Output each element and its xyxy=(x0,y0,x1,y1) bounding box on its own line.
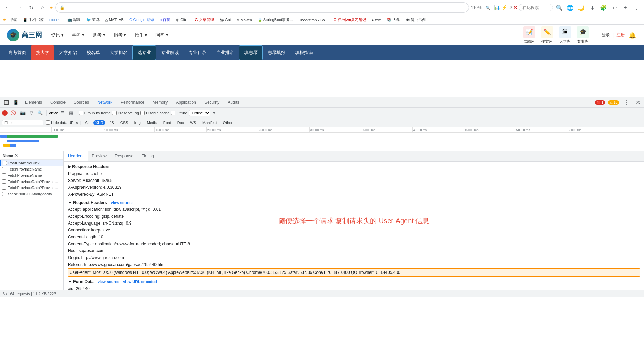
devtools-tab-memory[interactable]: Memory xyxy=(149,97,172,109)
offline-checkbox[interactable] xyxy=(171,111,175,115)
request-checkbox-2[interactable] xyxy=(2,167,6,171)
subject-nav-zhiyuantianbao[interactable]: 志愿填报 xyxy=(263,45,290,60)
request-item-fetchprovincename-1[interactable]: FetchProvinceName xyxy=(0,166,63,172)
home-button[interactable]: ⌂ xyxy=(38,3,48,12)
devtools-tab-network[interactable]: Network xyxy=(93,97,117,109)
dark-mode-button[interactable]: 🌙 xyxy=(576,3,586,12)
site-nav-xuexi[interactable]: 学习 ▾ xyxy=(70,31,87,40)
bookmark-ant[interactable]: 🐜 Ant xyxy=(218,17,233,23)
filter-button[interactable]: ▽ xyxy=(28,110,34,116)
site-nav-baokao[interactable]: 报考 ▾ xyxy=(112,31,129,40)
request-checkbox-5[interactable] xyxy=(2,186,6,190)
hide-data-urls-checkbox[interactable] xyxy=(46,120,50,125)
translate-button[interactable]: 🌐 xyxy=(565,3,575,12)
devtools-tab-application[interactable]: Application xyxy=(172,97,200,109)
request-item-postuparticleclick[interactable]: PostUpArticleClick xyxy=(0,160,63,166)
bookmark-baidu[interactable]: b 百度 xyxy=(158,17,172,23)
filter-media[interactable]: Media xyxy=(145,120,159,125)
camera-button[interactable]: 📷 xyxy=(19,110,27,116)
subject-nav-mulu[interactable]: 专业目录 xyxy=(184,45,211,60)
site-icon-tiku[interactable]: 📝 试题库 xyxy=(523,26,535,44)
request-headers-title[interactable]: ▼ Request Headers view source xyxy=(68,200,640,205)
devtools-more-button[interactable]: ⋮ xyxy=(622,98,632,107)
group-by-frame-checkbox[interactable] xyxy=(79,111,83,115)
request-checkbox-1[interactable] xyxy=(3,161,7,165)
request-checkbox-6[interactable] xyxy=(2,192,6,196)
site-nav-zixun[interactable]: 资讯 ▾ xyxy=(49,31,66,40)
filter-ws[interactable]: WS xyxy=(188,120,198,125)
bookmark-bilibili[interactable]: 📺 哔哩 xyxy=(65,17,83,23)
form-data-title[interactable]: ▼ Form Data view source view URL encoded xyxy=(68,279,640,284)
record-button[interactable] xyxy=(2,110,8,116)
search-input[interactable] xyxy=(519,4,553,11)
details-tab-preview[interactable]: Preview xyxy=(88,151,111,161)
subject-nav-zhinan[interactable]: 填报指南 xyxy=(290,45,318,60)
url-input[interactable]: www.gaosan.com/gaokao/265440.html xyxy=(67,5,464,10)
add-tab-button[interactable]: + xyxy=(621,3,630,12)
view-waterfall-button[interactable]: ▦ xyxy=(68,110,74,116)
view-list-button[interactable]: ☰ xyxy=(59,110,66,116)
request-item-fetchprovincedata-2[interactable]: FetchProvinceData?Provinc... xyxy=(0,185,63,191)
request-item-fetchprovincename-2[interactable]: FetchProvinceName xyxy=(0,172,63,178)
filter-css[interactable]: CSS xyxy=(118,120,130,125)
bookmark-article[interactable]: C 文章管理 xyxy=(193,17,216,23)
filter-js[interactable]: JS xyxy=(108,120,116,125)
devtools-device-button[interactable]: 📱 xyxy=(11,98,21,107)
throttle-expand-button[interactable]: ▾ xyxy=(212,110,217,116)
filter-all[interactable]: All xyxy=(83,120,91,125)
filter-img[interactable]: Img xyxy=(132,120,142,125)
details-tab-timing[interactable]: Timing xyxy=(138,151,158,161)
devtools-close-button[interactable]: ✕ xyxy=(633,98,643,107)
devtools-tab-elements[interactable]: Elements xyxy=(21,97,46,109)
bookmark-daxue[interactable]: 📚 大学 xyxy=(385,17,402,23)
bookmark-matlab[interactable]: △ MATLAB xyxy=(103,17,126,23)
view-source-link[interactable]: view source xyxy=(111,200,133,205)
devtools-tab-sources[interactable]: Sources xyxy=(70,97,93,109)
bookmark-phone[interactable]: 📱 手机书签 xyxy=(21,17,46,23)
throttle-select[interactable]: Online xyxy=(189,110,210,116)
reload-button[interactable]: ↻ xyxy=(26,3,36,12)
undo-button[interactable]: ↩ xyxy=(610,3,619,12)
forward-button[interactable]: → xyxy=(14,3,24,12)
form-view-url-link[interactable]: view URL encoded xyxy=(123,280,157,284)
request-checkbox-3[interactable] xyxy=(2,173,6,177)
subject-nav-xiaomingdan[interactable]: 校名单 xyxy=(82,45,105,60)
response-headers-title[interactable]: ▶ Response Headers xyxy=(68,164,640,169)
bookmark-fom[interactable]: ● fom xyxy=(370,17,383,23)
bookmark-springboot[interactable]: 🍃 SpringBoot事务... xyxy=(255,17,295,23)
extensions-button[interactable]: 🧩 xyxy=(598,3,608,12)
filter-manifest[interactable]: Manifest xyxy=(200,120,219,125)
site-icon-zuowen[interactable]: ✏️ 作文库 xyxy=(541,26,553,44)
disable-cache-checkbox[interactable] xyxy=(140,111,145,115)
subject-nav-tiao[interactable]: 挑大学 xyxy=(31,45,54,60)
devtools-tab-performance[interactable]: Performance xyxy=(117,97,149,109)
subject-nav-zhuanyepaiming[interactable]: 专业排名 xyxy=(211,45,239,60)
site-nav-wenda[interactable]: 问答 ▾ xyxy=(153,31,170,40)
site-icon-zhuanye[interactable]: 🎓 专业库 xyxy=(577,26,589,44)
form-view-source-link[interactable]: view source xyxy=(98,280,119,284)
details-tab-headers[interactable]: Headers xyxy=(64,151,88,161)
close-details-button[interactable]: ✕ xyxy=(14,153,18,158)
filter-input[interactable] xyxy=(2,120,43,125)
subject-nav-paiming[interactable]: 大学排名 xyxy=(105,45,132,60)
filter-xhr[interactable]: XHR xyxy=(93,120,105,125)
group-by-frame-label[interactable]: Group by frame xyxy=(79,111,111,115)
subject-nav-jieshao[interactable]: 大学介绍 xyxy=(54,45,82,60)
bookmark-on[interactable]: ON PO xyxy=(47,17,63,23)
subject-nav-xuanzhuanye[interactable]: 选专业 xyxy=(132,45,156,60)
bookmark-shujian[interactable]: 书签 xyxy=(8,17,19,23)
devtools-tab-security[interactable]: Security xyxy=(200,97,223,109)
address-bar[interactable]: 🔒 www.gaosan.com/gaokao/265440.html xyxy=(55,2,469,13)
filter-font[interactable]: Font xyxy=(161,120,173,125)
bookmark-gitee[interactable]: ◎ Gitee xyxy=(174,17,191,23)
menu-button[interactable]: ⋮ xyxy=(632,3,641,12)
site-nav-zukao[interactable]: 助考 ▾ xyxy=(91,31,108,40)
devtools-tab-audits[interactable]: Audits xyxy=(223,97,243,109)
login-button[interactable]: 登录 xyxy=(602,32,610,38)
preserve-log-label[interactable]: Preserve log xyxy=(112,111,139,115)
subject-nav-jiedu[interactable]: 专业解读 xyxy=(156,45,184,60)
search-network-button[interactable]: 🔍 xyxy=(36,110,44,116)
subject-nav-tianzhi[interactable]: 填志愿 xyxy=(239,45,263,60)
request-item-fetchprovincedata-1[interactable]: FetchProvinceData?Provinc... xyxy=(0,178,63,185)
bookmark-ibootstrap[interactable]: i ibootstrap - Bo... xyxy=(296,17,330,23)
